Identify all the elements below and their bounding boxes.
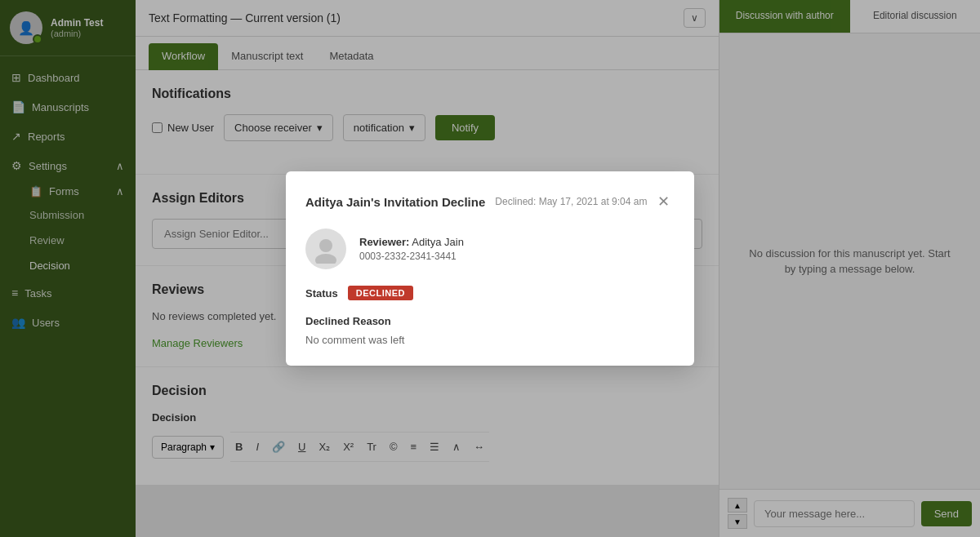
modal-declined-date: Declined: May 17, 2021 at 9:04 am — [495, 196, 647, 207]
declined-reason-text: No comment was left — [305, 334, 675, 346]
modal-title: Aditya Jain's Invitation Decline — [305, 195, 485, 209]
reviewer-info: Reviewer: Aditya Jain 0003-2332-2341-344… — [305, 229, 675, 269]
declined-reason-title: Declined Reason — [305, 315, 675, 327]
status-row: Status DECLINED — [305, 286, 675, 300]
reviewer-id: 0003-2332-2341-3441 — [359, 251, 464, 262]
reviewer-name-value: Aditya Jain — [412, 236, 464, 248]
modal-header: Aditya Jain's Invitation Decline Decline… — [305, 191, 675, 212]
modal-close-button[interactable]: ✕ — [653, 191, 675, 212]
status-label: Status — [305, 287, 338, 300]
reviewer-label: Reviewer: — [359, 236, 409, 248]
status-badge: DECLINED — [348, 286, 413, 300]
reviewer-avatar — [305, 229, 346, 269]
reviewer-name-label: Reviewer: Aditya Jain — [359, 236, 464, 248]
invitation-decline-modal: Aditya Jain's Invitation Decline Decline… — [286, 171, 694, 366]
modal-overlay: Aditya Jain's Invitation Decline Decline… — [0, 0, 980, 537]
svg-point-1 — [315, 254, 336, 264]
svg-point-0 — [319, 239, 332, 252]
